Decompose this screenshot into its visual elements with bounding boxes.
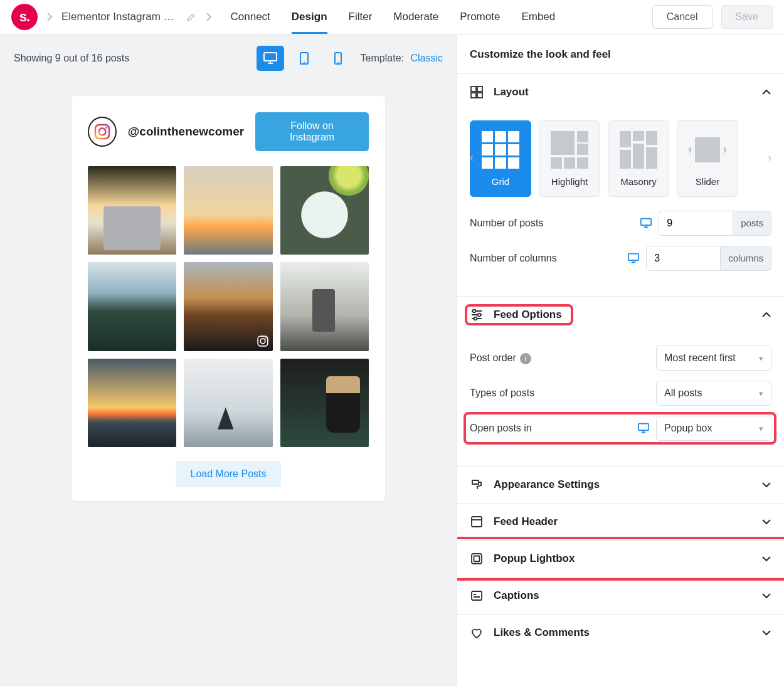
tab-design[interactable]: Design xyxy=(292,1,327,34)
section-appearance-header[interactable]: Appearance Settings xyxy=(457,467,784,503)
svg-rect-38 xyxy=(628,254,638,261)
settings-panel: Customize the look and feel Layout ‹ xyxy=(457,34,784,686)
feed-post[interactable] xyxy=(88,359,176,447)
feed-post[interactable] xyxy=(280,166,369,255)
section-captions: Captions xyxy=(457,577,784,614)
tab-embed[interactable]: Embed xyxy=(521,1,555,34)
post-order-row: Post orderi Most recent first▾ xyxy=(470,346,771,371)
edit-title-icon[interactable] xyxy=(186,11,197,23)
sliders-icon xyxy=(470,308,484,322)
svg-point-6 xyxy=(98,129,105,135)
feed-post[interactable] xyxy=(184,262,272,351)
open-in-select[interactable]: Popup box▾ xyxy=(656,416,771,441)
section-likes-comments-header[interactable]: Likes & Comments xyxy=(457,615,784,651)
num-cols-label: Number of columns xyxy=(470,253,621,264)
svg-rect-46 xyxy=(472,591,482,600)
feed-username[interactable]: @colinthenewcomer xyxy=(128,125,244,139)
tab-moderate[interactable]: Moderate xyxy=(393,1,438,34)
slider-thumb-icon xyxy=(689,131,726,169)
num-cols-input[interactable] xyxy=(646,246,720,271)
number-of-columns-row: Number of columns columns xyxy=(470,246,771,271)
layout-option-slider[interactable]: Slider xyxy=(677,120,738,197)
svg-rect-15 xyxy=(482,131,493,142)
tab-connect[interactable]: Connect xyxy=(231,1,270,34)
layout-next-button[interactable]: › xyxy=(764,149,775,166)
feed-post[interactable] xyxy=(88,166,176,255)
section-layout-header[interactable]: Layout xyxy=(457,74,784,110)
template-link[interactable]: Classic xyxy=(410,53,443,63)
types-of-posts-row: Types of posts All posts▾ xyxy=(470,381,771,406)
svg-rect-8 xyxy=(258,336,268,346)
responsive-icon[interactable] xyxy=(640,218,652,229)
svg-rect-29 xyxy=(577,157,588,169)
tab-promote[interactable]: Promote xyxy=(460,1,500,34)
instagram-avatar[interactable] xyxy=(88,117,117,147)
svg-rect-13 xyxy=(471,93,476,98)
post-order-select[interactable]: Most recent first▾ xyxy=(656,346,771,371)
svg-rect-17 xyxy=(508,131,519,142)
svg-rect-37 xyxy=(641,219,651,226)
svg-rect-24 xyxy=(551,131,575,155)
load-more-button[interactable]: Load More Posts xyxy=(176,461,282,487)
feed-post[interactable] xyxy=(280,359,369,447)
feed-post[interactable] xyxy=(280,262,369,351)
header-tabs: Connect Design Filter Moderate Promote E… xyxy=(231,1,644,34)
num-posts-input[interactable] xyxy=(659,211,733,236)
layout-prev-button[interactable]: ‹ xyxy=(466,149,477,166)
device-desktop-button[interactable] xyxy=(257,46,284,71)
paint-icon xyxy=(470,478,484,492)
feed-post[interactable] xyxy=(184,166,272,255)
svg-rect-45 xyxy=(474,556,480,562)
device-tablet-button[interactable] xyxy=(290,46,318,71)
chevron-down-icon xyxy=(761,630,771,636)
layout-type-chooser: ‹ Grid Highlight xyxy=(470,120,771,197)
window-icon xyxy=(470,515,484,529)
types-label: Types of posts xyxy=(470,388,650,399)
types-select[interactable]: All posts▾ xyxy=(656,381,771,406)
num-posts-label: Number of posts xyxy=(470,218,633,229)
feed-post[interactable] xyxy=(88,262,176,351)
section-popup-lightbox-header[interactable]: Popup Lightbox xyxy=(457,541,784,577)
popup-icon xyxy=(470,552,484,566)
save-button: Save xyxy=(721,5,773,29)
brand-logo[interactable]: s. xyxy=(11,4,38,30)
follow-button[interactable]: Follow on Instagram xyxy=(255,112,369,151)
svg-rect-14 xyxy=(477,93,482,98)
svg-rect-31 xyxy=(633,131,644,141)
settings-panel-title: Customize the look and feel xyxy=(457,34,784,73)
chevron-down-icon: ▾ xyxy=(759,424,763,433)
svg-point-40 xyxy=(478,314,481,317)
responsive-icon[interactable] xyxy=(637,423,650,434)
breadcrumb-title[interactable]: Elementor Instagram … xyxy=(61,11,174,23)
section-feed-options-header[interactable]: Feed Options xyxy=(457,297,784,333)
svg-rect-44 xyxy=(472,554,482,564)
chevron-down-icon xyxy=(761,593,771,599)
grid-thumb-icon xyxy=(482,131,519,169)
svg-point-9 xyxy=(260,339,265,344)
svg-rect-16 xyxy=(495,131,506,142)
layout-option-highlight[interactable]: Highlight xyxy=(539,120,600,197)
open-posts-in-row: Open posts in Popup box▾ xyxy=(470,416,771,441)
masonry-thumb-icon xyxy=(620,131,657,169)
chevron-down-icon xyxy=(761,519,771,525)
feed-post[interactable] xyxy=(184,359,272,447)
svg-rect-28 xyxy=(564,157,575,169)
template-label: Template: Classic xyxy=(361,53,443,64)
section-layout: Layout ‹ Grid xyxy=(457,73,784,296)
responsive-icon[interactable] xyxy=(627,253,640,264)
tab-filter[interactable]: Filter xyxy=(349,1,373,34)
section-feed-header-header[interactable]: Feed Header xyxy=(457,504,784,540)
desktop-icon xyxy=(263,51,278,65)
number-of-posts-row: Number of posts posts xyxy=(470,211,771,236)
layout-option-masonry[interactable]: Masonry xyxy=(608,120,669,197)
chevron-up-icon xyxy=(761,312,771,318)
svg-rect-18 xyxy=(482,144,493,156)
device-mobile-button[interactable] xyxy=(324,46,352,71)
captions-icon xyxy=(470,589,484,603)
cancel-button[interactable]: Cancel xyxy=(652,5,712,29)
info-icon[interactable]: i xyxy=(520,353,531,364)
layout-option-grid[interactable]: Grid xyxy=(470,120,531,197)
svg-rect-25 xyxy=(577,131,588,142)
section-captions-header[interactable]: Captions xyxy=(457,578,784,614)
svg-point-7 xyxy=(105,127,107,129)
